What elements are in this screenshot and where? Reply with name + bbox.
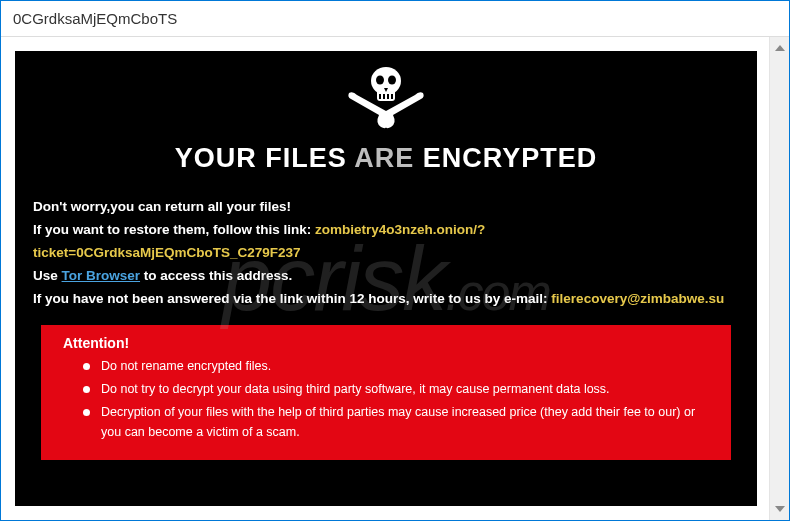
chevron-down-icon [775, 506, 785, 512]
window-titlebar: 0CGrdksaMjEQmCboTS [1, 1, 789, 37]
svg-point-3 [388, 76, 396, 85]
attention-list: Do not rename encrypted files. Do not tr… [55, 357, 717, 443]
svg-rect-7 [391, 94, 393, 99]
attention-item: Decryption of your files with the help o… [83, 403, 717, 442]
attention-box: Attention! Do not rename encrypted files… [41, 325, 731, 461]
svg-rect-5 [383, 94, 385, 99]
heading-part2: ENCRYPTED [414, 143, 597, 173]
vertical-scrollbar[interactable] [769, 37, 789, 520]
svg-rect-6 [387, 94, 389, 99]
heading: YOUR FILES ARE ENCRYPTED [33, 143, 739, 174]
attention-item: Do not rename encrypted files. [83, 357, 717, 376]
chevron-up-icon [775, 45, 785, 51]
viewport: pcrisk.com [1, 37, 789, 520]
heading-are: ARE [354, 143, 414, 173]
line-restore: If you want to restore them, follow this… [33, 219, 739, 265]
scroll-down-button[interactable] [771, 500, 789, 518]
content-wrap: pcrisk.com [1, 37, 769, 520]
line-email: If you have not been answered via the li… [33, 288, 739, 311]
heading-part1: YOUR FILES [175, 143, 355, 173]
scroll-up-button[interactable] [771, 39, 789, 57]
line-tor: Use Tor Browser to access this address. [33, 265, 739, 288]
skull-icon-wrap [33, 63, 739, 131]
attention-title: Attention! [63, 335, 717, 351]
email-link[interactable]: filerecovery@zimbabwe.su [551, 291, 724, 306]
line-email-text: If you have not been answered via the li… [33, 291, 551, 306]
window-title: 0CGrdksaMjEQmCboTS [13, 10, 177, 27]
tor-browser-link[interactable]: Tor Browser [62, 268, 141, 283]
attention-item: Do not try to decrypt your data using th… [83, 380, 717, 399]
svg-rect-4 [379, 94, 381, 99]
line-intro: Don't worry,you can return all your file… [33, 196, 739, 219]
line-tor-a: Use [33, 268, 62, 283]
line-tor-b: to access this address. [140, 268, 292, 283]
skull-crossbones-icon [343, 63, 429, 131]
line-restore-text: If you want to restore them, follow this… [33, 222, 315, 237]
ransom-note: pcrisk.com [15, 51, 757, 506]
svg-point-2 [376, 76, 384, 85]
